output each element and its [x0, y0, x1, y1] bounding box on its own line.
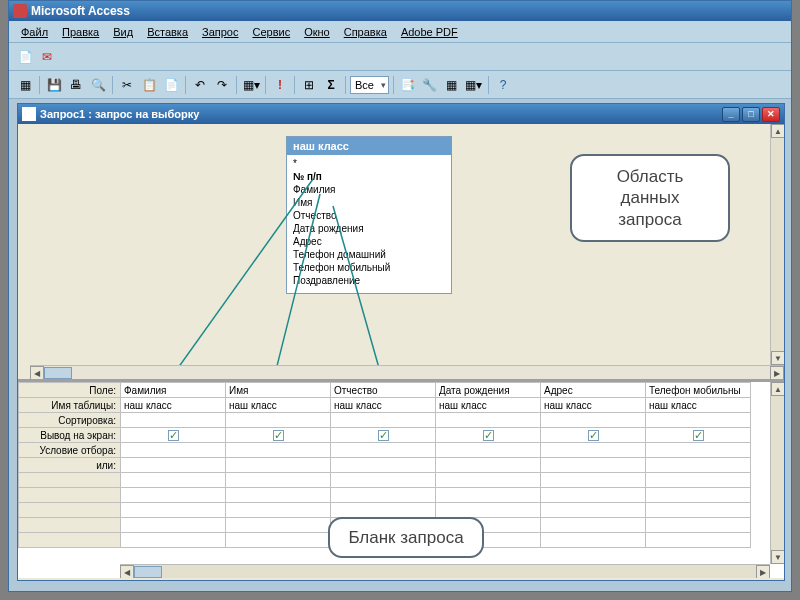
- totals-icon[interactable]: Σ: [321, 75, 341, 95]
- menu-tools[interactable]: Сервис: [246, 24, 296, 40]
- grid-cell[interactable]: ✓: [646, 428, 751, 443]
- grid-cell[interactable]: [436, 413, 541, 428]
- newobj-icon[interactable]: ▦▾: [464, 75, 484, 95]
- grid-cell[interactable]: наш класс: [436, 398, 541, 413]
- grid-cell[interactable]: [226, 443, 331, 458]
- field-item[interactable]: № п/п: [291, 170, 447, 183]
- field-item[interactable]: Фамилия: [291, 183, 447, 196]
- grid-cell[interactable]: [226, 533, 331, 548]
- grid-cell[interactable]: [226, 473, 331, 488]
- cut-icon[interactable]: ✂: [117, 75, 137, 95]
- grid-cell[interactable]: [646, 533, 751, 548]
- menu-edit[interactable]: Правка: [56, 24, 105, 40]
- maximize-button[interactable]: □: [742, 107, 760, 122]
- querytype-icon[interactable]: ▦▾: [241, 75, 261, 95]
- grid-cell[interactable]: Дата рождения: [436, 383, 541, 398]
- grid-cell[interactable]: наш класс: [646, 398, 751, 413]
- grid-cell[interactable]: Телефон мобильны: [646, 383, 751, 398]
- grid-cell[interactable]: [121, 533, 226, 548]
- grid-cell[interactable]: [121, 413, 226, 428]
- table-pane[interactable]: наш класс * № п/п Фамилия Имя Отчество Д…: [18, 124, 784, 382]
- grid-cell[interactable]: [226, 518, 331, 533]
- grid-cell[interactable]: [541, 443, 646, 458]
- scroll-down-arrow[interactable]: ▼: [771, 351, 784, 365]
- scroll-left-arrow[interactable]: ◀: [120, 565, 134, 578]
- grid-cell[interactable]: [541, 473, 646, 488]
- lower-vscrollbar[interactable]: ▲ ▼: [770, 382, 784, 564]
- grid-cell[interactable]: [436, 473, 541, 488]
- grid-cell[interactable]: [436, 458, 541, 473]
- menu-window[interactable]: Окно: [298, 24, 336, 40]
- run-icon[interactable]: !: [270, 75, 290, 95]
- grid-cell[interactable]: Фамилия: [121, 383, 226, 398]
- scroll-up-arrow[interactable]: ▲: [771, 382, 784, 396]
- grid-cell[interactable]: [121, 518, 226, 533]
- grid-cell[interactable]: ✓: [121, 428, 226, 443]
- preview-icon[interactable]: 🔍: [88, 75, 108, 95]
- grid-cell[interactable]: [541, 518, 646, 533]
- save-icon[interactable]: 💾: [44, 75, 64, 95]
- help-icon[interactable]: ?: [493, 75, 513, 95]
- menu-query[interactable]: Запрос: [196, 24, 244, 40]
- grid-cell[interactable]: ✓: [541, 428, 646, 443]
- showtable-icon[interactable]: ⊞: [299, 75, 319, 95]
- paste-icon[interactable]: 📄: [161, 75, 181, 95]
- scroll-up-arrow[interactable]: ▲: [771, 124, 784, 138]
- field-item[interactable]: Телефон домашний: [291, 248, 447, 261]
- grid-cell[interactable]: ✓: [226, 428, 331, 443]
- menu-file[interactable]: Файл: [15, 24, 54, 40]
- close-button[interactable]: ✕: [762, 107, 780, 122]
- grid-cell[interactable]: [436, 503, 541, 518]
- menu-adobepdf[interactable]: Adobe PDF: [395, 24, 464, 40]
- field-item[interactable]: Телефон мобильный: [291, 261, 447, 274]
- menubar[interactable]: Файл Правка Вид Вставка Запрос Сервис Ок…: [9, 21, 791, 43]
- grid-cell[interactable]: [436, 488, 541, 503]
- copy-icon[interactable]: 📋: [139, 75, 159, 95]
- grid-cell[interactable]: [121, 443, 226, 458]
- grid-cell[interactable]: [331, 443, 436, 458]
- field-item[interactable]: Поздравление: [291, 274, 447, 287]
- grid-cell[interactable]: [226, 413, 331, 428]
- upper-hscrollbar[interactable]: ◀ ▶: [30, 365, 784, 379]
- grid-cell[interactable]: [226, 503, 331, 518]
- field-item[interactable]: Имя: [291, 196, 447, 209]
- grid-cell[interactable]: [646, 518, 751, 533]
- grid-cell[interactable]: наш класс: [226, 398, 331, 413]
- grid-cell[interactable]: [646, 413, 751, 428]
- field-item[interactable]: Адрес: [291, 235, 447, 248]
- topvalues-combo[interactable]: Все: [350, 76, 389, 94]
- grid-cell[interactable]: [541, 413, 646, 428]
- grid-cell[interactable]: [226, 458, 331, 473]
- grid-cell[interactable]: ✓: [436, 428, 541, 443]
- scroll-right-arrow[interactable]: ▶: [756, 565, 770, 578]
- grid-cell[interactable]: [541, 488, 646, 503]
- field-item[interactable]: *: [291, 157, 447, 170]
- grid-cell[interactable]: [331, 503, 436, 518]
- field-item[interactable]: Отчество: [291, 209, 447, 222]
- grid-cell[interactable]: [226, 488, 331, 503]
- scroll-thumb[interactable]: [134, 566, 162, 578]
- grid-cell[interactable]: Адрес: [541, 383, 646, 398]
- dbwindow-icon[interactable]: ▦: [442, 75, 462, 95]
- grid-cell[interactable]: [646, 503, 751, 518]
- grid-cell[interactable]: [541, 503, 646, 518]
- grid-cell[interactable]: [331, 473, 436, 488]
- scroll-right-arrow[interactable]: ▶: [770, 366, 784, 380]
- menu-help[interactable]: Справка: [338, 24, 393, 40]
- grid-cell[interactable]: [121, 503, 226, 518]
- grid-cell[interactable]: [121, 458, 226, 473]
- grid-cell[interactable]: [331, 488, 436, 503]
- grid-cell[interactable]: [646, 488, 751, 503]
- grid-cell[interactable]: наш класс: [331, 398, 436, 413]
- minimize-button[interactable]: _: [722, 107, 740, 122]
- grid-cell[interactable]: [121, 488, 226, 503]
- field-item[interactable]: Дата рождения: [291, 222, 447, 235]
- menu-insert[interactable]: Вставка: [141, 24, 194, 40]
- grid-cell[interactable]: Отчество: [331, 383, 436, 398]
- print-icon[interactable]: 🖶: [66, 75, 86, 95]
- field-list[interactable]: наш класс * № п/п Фамилия Имя Отчество Д…: [286, 136, 452, 294]
- view-icon[interactable]: ▦: [15, 75, 35, 95]
- menu-view[interactable]: Вид: [107, 24, 139, 40]
- grid-cell[interactable]: [436, 443, 541, 458]
- grid-cell[interactable]: Имя: [226, 383, 331, 398]
